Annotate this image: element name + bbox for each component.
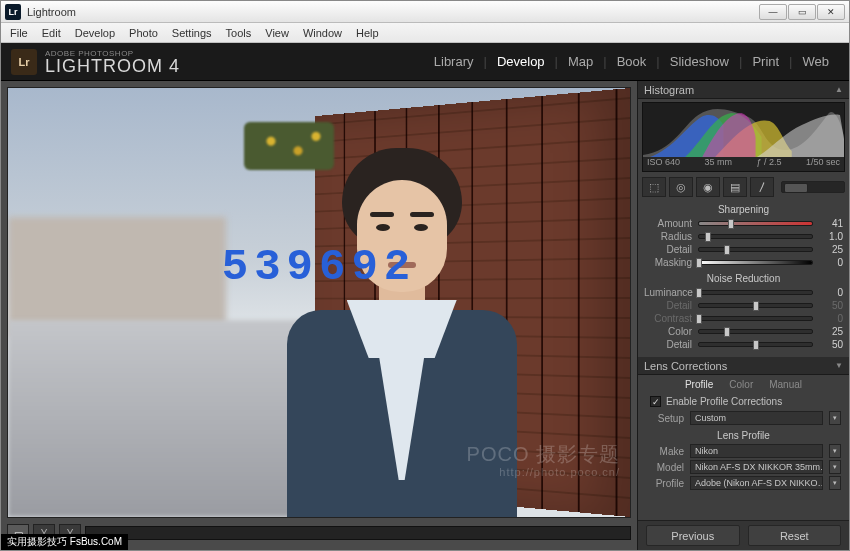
grad-filter-icon[interactable]: ▤ [723, 177, 747, 197]
slider-knob[interactable] [728, 219, 734, 229]
slider-value: 0 [819, 287, 843, 298]
enable-profile-checkbox[interactable]: ✓ [650, 396, 661, 407]
app-icon: Lr [5, 4, 21, 20]
slider-knob[interactable] [753, 340, 759, 350]
histogram-aperture: ƒ / 2.5 [756, 157, 781, 171]
slider-value: 50 [819, 300, 843, 311]
lens-tab-manual[interactable]: Manual [769, 379, 802, 390]
slider-track[interactable] [698, 316, 813, 321]
develop-tool-strip: ⬚ ◎ ◉ ▤ 〳 [642, 176, 845, 198]
previous-button[interactable]: Previous [646, 525, 740, 546]
external-watermark: 实用摄影技巧 FsBus.CoM [1, 534, 128, 550]
slider-contrast: Contrast0 [638, 312, 849, 325]
slider-value: 0 [819, 257, 843, 268]
module-web[interactable]: Web [793, 54, 840, 69]
module-slideshow[interactable]: Slideshow [660, 54, 739, 69]
histogram-display[interactable]: ISO 640 35 mm ƒ / 2.5 1/50 sec [642, 102, 845, 172]
slider-track[interactable] [698, 260, 813, 265]
slider-detail: Detail50 [638, 299, 849, 312]
profile-dropdown-icon[interactable]: ▾ [829, 476, 841, 490]
slider-value: 50 [819, 339, 843, 350]
menu-window[interactable]: Window [296, 27, 349, 39]
menu-tools[interactable]: Tools [219, 27, 259, 39]
redeye-tool-icon[interactable]: ◉ [696, 177, 720, 197]
slider-knob[interactable] [705, 232, 711, 242]
lens-tab-color[interactable]: Color [729, 379, 753, 390]
slider-knob[interactable] [696, 314, 702, 324]
lens-tab-profile[interactable]: Profile [685, 379, 713, 390]
slider-knob[interactable] [696, 288, 702, 298]
slider-track[interactable] [698, 234, 813, 239]
make-label: Make [644, 446, 684, 457]
module-library[interactable]: Library [424, 54, 484, 69]
model-value[interactable]: Nikon AF-S DX NIKKOR 35mm… [690, 460, 823, 474]
slider-value: 0 [819, 313, 843, 324]
setup-dropdown-icon[interactable]: ▾ [829, 411, 841, 425]
noise-title: Noise Reduction [638, 269, 849, 286]
slider-track[interactable] [698, 303, 813, 308]
module-book[interactable]: Book [607, 54, 657, 69]
slider-label: Detail [644, 339, 692, 350]
slider-value: 25 [819, 326, 843, 337]
make-dropdown-icon[interactable]: ▾ [829, 444, 841, 458]
menu-help[interactable]: Help [349, 27, 386, 39]
menu-edit[interactable]: Edit [35, 27, 68, 39]
slider-track[interactable] [698, 342, 813, 347]
slider-track[interactable] [698, 290, 813, 295]
slider-knob[interactable] [753, 301, 759, 311]
crop-tool-icon[interactable]: ⬚ [642, 177, 666, 197]
titlebar: Lr Lightroom — ▭ ✕ [1, 1, 849, 23]
slider-radius: Radius1.0 [638, 230, 849, 243]
menu-file[interactable]: File [3, 27, 35, 39]
minimize-button[interactable]: — [759, 4, 787, 20]
filmstrip-placeholder[interactable] [85, 526, 631, 540]
setup-value[interactable]: Custom [690, 411, 823, 425]
brush-tool-icon[interactable]: 〳 [750, 177, 774, 197]
slider-knob[interactable] [696, 258, 702, 268]
slider-value: 1.0 [819, 231, 843, 242]
enable-profile-label: Enable Profile Corrections [666, 396, 782, 407]
lens-tabs: ProfileColorManual [638, 375, 849, 393]
model-dropdown-icon[interactable]: ▾ [829, 460, 841, 474]
model-label: Model [644, 462, 684, 473]
photo-canvas[interactable]: 539692 POCO 摄影专题 http://photo.poco.cn/ [7, 87, 631, 518]
panel-switch[interactable] [781, 181, 845, 193]
make-value[interactable]: Nikon [690, 444, 823, 458]
sharpening-title: Sharpening [638, 200, 849, 217]
reset-button[interactable]: Reset [748, 525, 842, 546]
slider-track[interactable] [698, 329, 813, 334]
module-develop[interactable]: Develop [487, 54, 555, 69]
spot-tool-icon[interactable]: ◎ [669, 177, 693, 197]
slider-label: Amount [644, 218, 692, 229]
lens-corrections-header[interactable]: Lens Corrections▼ [638, 357, 849, 375]
slider-detail: Detail25 [638, 243, 849, 256]
profile-value[interactable]: Adobe (Nikon AF-S DX NIKKO… [690, 476, 823, 490]
slider-knob[interactable] [724, 327, 730, 337]
slider-luminance: Luminance0 [638, 286, 849, 299]
window-title: Lightroom [27, 6, 759, 18]
image-viewer: 539692 POCO 摄影专题 http://photo.poco.cn/ ▭… [1, 81, 637, 550]
slider-detail: Detail50 [638, 338, 849, 351]
slider-track[interactable] [698, 221, 813, 226]
menu-photo[interactable]: Photo [122, 27, 165, 39]
menu-settings[interactable]: Settings [165, 27, 219, 39]
slider-masking: Masking0 [638, 256, 849, 269]
slider-knob[interactable] [724, 245, 730, 255]
histogram-shutter: 1/50 sec [806, 157, 840, 171]
histogram-header[interactable]: Histogram▲ [638, 81, 849, 99]
module-map[interactable]: Map [558, 54, 603, 69]
histogram-iso: ISO 640 [647, 157, 680, 171]
maximize-button[interactable]: ▭ [788, 4, 816, 20]
slider-track[interactable] [698, 247, 813, 252]
slider-color: Color25 [638, 325, 849, 338]
menu-develop[interactable]: Develop [68, 27, 122, 39]
slider-label: Color [644, 326, 692, 337]
watermark: POCO 摄影专题 http://photo.poco.cn/ [467, 442, 620, 479]
slider-label: Luminance [644, 287, 692, 298]
overlay-number: 539692 [222, 242, 416, 292]
module-picker-bar: Lr ADOBE PHOTOSHOP LIGHTROOM 4 Library|D… [1, 43, 849, 81]
close-button[interactable]: ✕ [817, 4, 845, 20]
menu-view[interactable]: View [258, 27, 296, 39]
profile-label: Profile [644, 478, 684, 489]
module-print[interactable]: Print [742, 54, 789, 69]
